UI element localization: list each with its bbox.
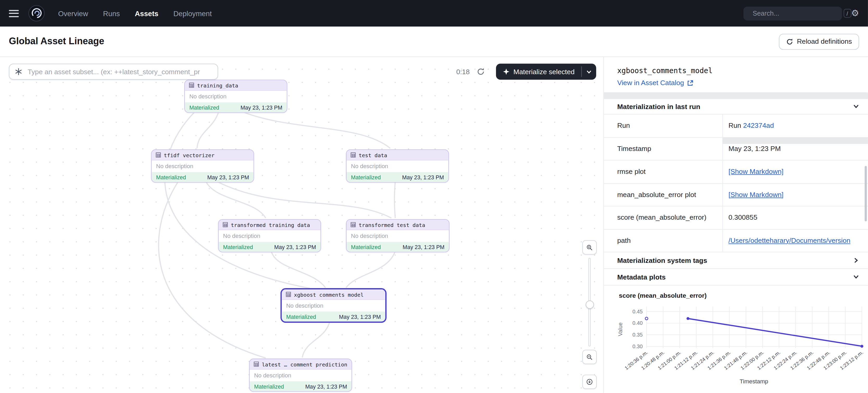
metadata-value-link[interactable]: /Users/odetteharary/Documents/version — [728, 237, 850, 244]
menu-icon[interactable] — [9, 10, 19, 17]
metadata-value-link[interactable]: [Show Markdown] — [728, 168, 783, 176]
materialized-timestamp: May 23, 1:23 PM — [241, 104, 282, 110]
materialized-timestamp: May 23, 1:23 PM — [274, 244, 316, 250]
asset-node-description: No description — [282, 300, 385, 312]
asset-node-status-row: MaterializedMay 23, 1:23 PM — [346, 242, 449, 252]
nav-item-assets[interactable]: Assets — [135, 9, 159, 18]
view-in-asset-catalog-link[interactable]: View in Asset Catalog — [617, 78, 868, 88]
external-link-icon — [687, 79, 693, 87]
table-icon — [350, 222, 356, 227]
gear-icon[interactable]: ⚙ — [851, 9, 859, 18]
asset-node-transformed_training_data[interactable]: transformed_training_dataNo descriptionM… — [218, 219, 321, 253]
refresh-graph-button[interactable] — [476, 67, 485, 76]
asset-node-header: transformed_test_data — [346, 220, 449, 230]
metadata-value-text: 0.300855 — [728, 214, 757, 222]
section-title: Materialization in last run — [617, 103, 700, 110]
nav-item-overview[interactable]: Overview — [58, 9, 88, 18]
table-icon — [223, 222, 228, 227]
table-icon — [350, 152, 356, 158]
page-header: Global Asset Lineage Reload definitions — [0, 27, 868, 57]
metadata-value-link[interactable]: [Show Markdown] — [728, 191, 783, 199]
asset-node-header: test_data — [346, 150, 448, 160]
asset-node-status-row: MaterializedMay 23, 1:23 PM — [250, 381, 351, 391]
section-materialization-system-tags[interactable]: Materialization system tags — [604, 253, 868, 269]
asset-node-tfidf_vectorizer[interactable]: tfidf_vectorizerNo descriptionMaterializ… — [151, 150, 254, 183]
metadata-row: rmse plot[Show Markdown] — [604, 161, 868, 184]
nav-items: Overview Runs Assets Deployment — [58, 9, 212, 18]
asset-node-xgboost_comments_model[interactable]: xgboost_comments_modelNo descriptionMate… — [281, 289, 386, 322]
horizontal-scrollbar[interactable] — [604, 92, 868, 99]
metadata-table: RunRun 242374adTimestampMay 23, 1:23 PMr… — [604, 114, 868, 252]
metadata-value-link[interactable]: 242374ad — [743, 122, 774, 130]
asset-node-training_data[interactable]: training_dataNo descriptionMaterializedM… — [184, 79, 287, 113]
metadata-value: Run 242374ad — [722, 114, 868, 137]
nav-item-deployment[interactable]: Deployment — [174, 9, 212, 18]
graph-toolbar-right: 0:18 Materialize selected — [456, 64, 596, 80]
asset-subset-input[interactable] — [27, 67, 212, 76]
chevron-down-icon — [853, 104, 859, 109]
vertical-scrollbar-thumb[interactable] — [865, 166, 867, 222]
asset-node-header: transformed_training_data — [219, 220, 320, 230]
refresh-timer: 0:18 — [456, 68, 470, 75]
metadata-row: path/Users/odetteharary/Documents/versio… — [604, 229, 868, 252]
metadata-plot-block: score (mean_absolute_error) Value Timest… — [604, 286, 868, 392]
asset-subset-filter[interactable] — [9, 64, 218, 80]
materialize-icon — [502, 68, 510, 75]
asset-head: xgboost_comments_model View in Asset Cat… — [604, 57, 868, 92]
section-metadata-plots[interactable]: Metadata plots — [604, 269, 868, 286]
asset-node-header: tfidf_vectorizer — [152, 150, 254, 160]
asset-node-header: xgboost_comments_model — [282, 289, 385, 300]
value-column-scrollbar[interactable] — [722, 137, 868, 144]
lineage-graph-panel[interactable]: training_dataNo descriptionMaterializedM… — [0, 57, 604, 393]
materialized-status: Materialized — [189, 104, 219, 110]
materialized-status: Materialized — [254, 383, 284, 389]
metadata-value: [Show Markdown] — [722, 184, 868, 206]
dagster-logo[interactable] — [28, 5, 45, 22]
asset-node-transformed_test_data[interactable]: transformed_test_dataNo descriptionMater… — [346, 219, 450, 253]
zoom-slider-thumb[interactable] — [585, 300, 594, 309]
metadata-label: rmse plot — [604, 161, 722, 183]
metadata-value-text: May 23, 1:23 PM — [728, 145, 781, 153]
materialized-timestamp: May 23, 1:23 PM — [207, 174, 249, 180]
materialize-selected-label: Materialize selected — [514, 68, 575, 75]
section-title: Materialization system tags — [617, 256, 707, 264]
table-icon — [254, 361, 259, 367]
asset-node-description: No description — [346, 230, 449, 242]
data-point — [861, 345, 863, 348]
asset-node-header: latest_…_comment_predictions — [250, 359, 351, 369]
metadata-value-text: Run — [728, 122, 743, 130]
asset-node-name: transformed_test_data — [359, 222, 425, 228]
dagster-logo-icon — [28, 5, 45, 22]
global-search[interactable]: / — [743, 6, 842, 20]
zoom-in-button[interactable] — [582, 240, 597, 255]
catalog-link-label: View in Asset Catalog — [617, 78, 684, 88]
zoom-controls — [582, 240, 597, 389]
series-line — [688, 319, 862, 346]
materialize-dropdown-toggle[interactable] — [582, 64, 596, 80]
asset-node-description: No description — [250, 369, 351, 381]
section-materialization-in-last-run[interactable]: Materialization in last run — [604, 99, 868, 115]
zoom-out-button[interactable] — [582, 350, 597, 364]
chevron-right-icon — [853, 257, 859, 263]
asset-node-latest_…_comment_predictions[interactable]: latest_…_comment_predictionsNo descripti… — [249, 359, 352, 392]
asset-node-test_data[interactable]: test_dataNo descriptionMaterializedMay 2… — [346, 150, 449, 183]
materialized-timestamp: May 23, 1:23 PM — [402, 174, 444, 180]
plot-title: score (mean_absolute_error) — [619, 292, 868, 299]
zoom-slider[interactable] — [586, 258, 593, 347]
download-graph-button[interactable] — [582, 374, 597, 389]
asset-node-description: No description — [185, 91, 287, 103]
main-content: training_dataNo descriptionMaterializedM… — [0, 57, 868, 393]
materialized-status: Materialized — [351, 244, 381, 250]
asset-node-name: transformed_training_data — [231, 222, 310, 228]
materialize-selected-main[interactable]: Materialize selected — [496, 64, 581, 80]
search-input[interactable] — [752, 9, 840, 18]
data-point — [645, 317, 648, 320]
reload-definitions-button[interactable]: Reload definitions — [779, 34, 859, 50]
chevron-down-icon — [586, 69, 592, 74]
metadata-value: 0.300855 — [722, 206, 868, 229]
nav-item-runs[interactable]: Runs — [103, 9, 120, 18]
materialized-timestamp: May 23, 1:23 PM — [339, 314, 381, 319]
materialize-selected-button[interactable]: Materialize selected — [496, 64, 596, 80]
asset-node-header: training_data — [185, 80, 287, 91]
metadata-label: Run — [604, 114, 722, 137]
